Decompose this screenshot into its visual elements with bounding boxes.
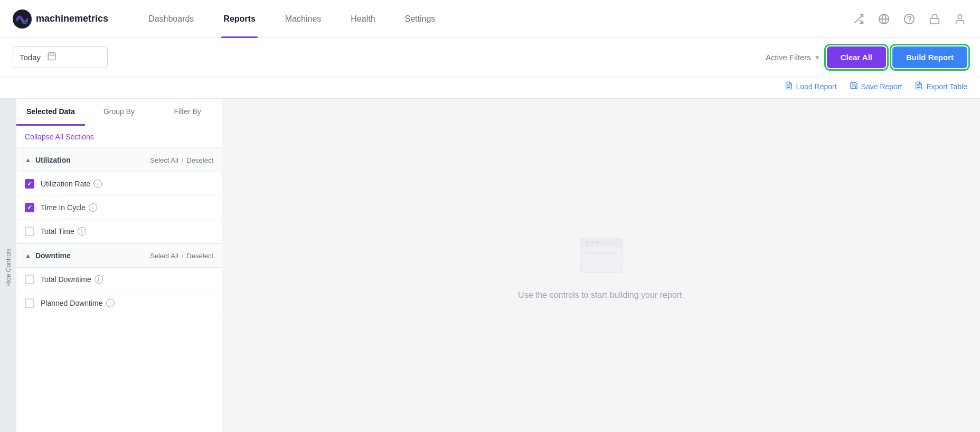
- collapse-all-button[interactable]: Collapse All Sections: [16, 126, 222, 148]
- nav-item-health[interactable]: Health: [336, 0, 390, 38]
- deselect-downtime-link[interactable]: Deselect: [186, 252, 213, 260]
- build-report-button[interactable]: Build Report: [892, 46, 967, 68]
- load-report-text: Load Report: [796, 82, 837, 91]
- checkbox-item-time-in-cycle[interactable]: Time In Cycle i: [16, 196, 222, 220]
- checkbox-item-total-time[interactable]: Total Time i: [16, 220, 222, 243]
- date-value: Today: [20, 53, 41, 62]
- user-icon[interactable]: [953, 12, 967, 26]
- checkbox-label-total-downtime: Total Downtime i: [41, 275, 103, 284]
- tab-selected-data[interactable]: Selected Data: [16, 99, 85, 126]
- svg-rect-9: [48, 53, 55, 60]
- info-icon-utilization-rate[interactable]: i: [93, 180, 102, 188]
- chevron-up-icon: ▲: [25, 156, 31, 164]
- svg-point-8: [958, 14, 962, 18]
- checkbox-label-planned-downtime: Planned Downtime i: [41, 299, 115, 307]
- sidebar-tabs: Selected Data Group By Filter By: [16, 99, 222, 126]
- deselect-utilization-link[interactable]: Deselect: [186, 156, 213, 164]
- sub-toolbar: Load Report Save Report Export Table: [0, 77, 980, 99]
- save-report-icon: [850, 81, 858, 92]
- export-table-icon: [915, 81, 923, 92]
- svg-point-22: [591, 241, 594, 244]
- svg-rect-25: [586, 258, 612, 260]
- load-report-link[interactable]: Load Report: [785, 81, 837, 92]
- active-filters-dropdown[interactable]: Active Filters ▼: [766, 53, 821, 62]
- select-all-downtime-link[interactable]: Select All: [150, 252, 178, 260]
- checkbox-total-downtime[interactable]: [25, 275, 34, 284]
- hide-controls-tab[interactable]: Hide Controls: [0, 99, 16, 432]
- chevron-down-icon: ▼: [814, 54, 821, 61]
- section-actions-downtime: Select All / Deselect: [150, 252, 213, 260]
- svg-rect-24: [586, 251, 617, 255]
- globe-icon[interactable]: [877, 12, 891, 26]
- sidebar-wrapper: Hide Controls Selected Data Group By Fil…: [0, 99, 222, 432]
- sidebar-content: ▲ Utilization Select All / Deselect Util…: [16, 148, 222, 432]
- nav-item-dashboards[interactable]: Dashboards: [134, 0, 209, 38]
- main-content: Hide Controls Selected Data Group By Fil…: [0, 99, 980, 432]
- section-header-downtime: ▲ Downtime Select All / Deselect: [16, 243, 222, 268]
- section-title-downtime: ▲ Downtime: [25, 251, 150, 260]
- checkbox-time-in-cycle[interactable]: [25, 203, 34, 212]
- info-icon-total-time[interactable]: i: [78, 227, 86, 236]
- checkbox-item-planned-downtime[interactable]: Planned Downtime i: [16, 292, 222, 315]
- checkbox-item-utilization-rate[interactable]: Utilization Rate i: [16, 172, 222, 196]
- nav-item-machines[interactable]: Machines: [270, 0, 336, 38]
- svg-rect-20: [580, 245, 623, 247]
- logo-icon: [13, 10, 32, 29]
- active-filters-text: Active Filters: [766, 53, 811, 62]
- section-header-utilization: ▲ Utilization Select All / Deselect: [16, 148, 222, 172]
- toolbar: Today Active Filters ▼ Clear All Build R…: [0, 38, 980, 77]
- checkbox-label-time-in-cycle: Time In Cycle i: [41, 203, 97, 212]
- export-table-link[interactable]: Export Table: [915, 81, 967, 92]
- nav-links: Dashboards Reports Machines Health Setti…: [134, 0, 851, 38]
- load-report-icon: [785, 81, 793, 92]
- svg-rect-26: [586, 263, 615, 266]
- report-area: Use the controls to start building your …: [222, 99, 980, 432]
- save-report-text: Save Report: [861, 82, 902, 91]
- clear-all-button[interactable]: Clear All: [827, 46, 886, 68]
- select-all-utilization-link[interactable]: Select All: [150, 156, 178, 164]
- toolbar-right: Active Filters ▼ Clear All Build Report: [766, 46, 967, 68]
- lock-icon[interactable]: [927, 12, 942, 26]
- svg-rect-7: [930, 18, 939, 24]
- svg-point-21: [586, 241, 589, 244]
- svg-point-23: [596, 241, 599, 244]
- section-title-utilization: ▲ Utilization: [25, 156, 150, 164]
- logo[interactable]: machinemetrics: [13, 10, 108, 29]
- help-icon[interactable]: [902, 12, 917, 26]
- shuffle-icon[interactable]: [851, 12, 866, 26]
- export-table-text: Export Table: [926, 82, 967, 91]
- info-icon-time-in-cycle[interactable]: i: [89, 203, 97, 212]
- svg-rect-27: [586, 268, 607, 271]
- checkbox-planned-downtime[interactable]: [25, 298, 34, 308]
- nav-icon-group: [851, 12, 967, 26]
- report-placeholder-text: Use the controls to start building your …: [518, 290, 684, 300]
- info-icon-planned-downtime[interactable]: i: [106, 299, 115, 307]
- checkbox-label-total-time: Total Time i: [41, 227, 86, 236]
- tab-group-by[interactable]: Group By: [85, 99, 154, 126]
- sidebar: Selected Data Group By Filter By Collaps…: [16, 99, 222, 432]
- save-report-link[interactable]: Save Report: [850, 81, 902, 92]
- section-actions-utilization: Select All / Deselect: [150, 156, 213, 164]
- chevron-up-icon-downtime: ▲: [25, 252, 31, 259]
- checkbox-utilization-rate[interactable]: [25, 179, 34, 189]
- info-icon-total-downtime[interactable]: i: [95, 275, 103, 284]
- checkbox-total-time[interactable]: [25, 227, 34, 236]
- checkbox-item-total-downtime[interactable]: Total Downtime i: [16, 268, 222, 292]
- tab-filter-by[interactable]: Filter By: [153, 99, 222, 126]
- nav-item-settings[interactable]: Settings: [390, 0, 450, 38]
- report-placeholder-icon: [578, 236, 625, 280]
- checkbox-label-utilization-rate: Utilization Rate i: [41, 180, 102, 188]
- navbar: machinemetrics Dashboards Reports Machin…: [0, 0, 980, 38]
- nav-item-reports[interactable]: Reports: [209, 0, 270, 38]
- date-picker[interactable]: Today: [13, 46, 108, 68]
- logo-text: machinemetrics: [36, 13, 108, 24]
- calendar-icon: [47, 51, 56, 63]
